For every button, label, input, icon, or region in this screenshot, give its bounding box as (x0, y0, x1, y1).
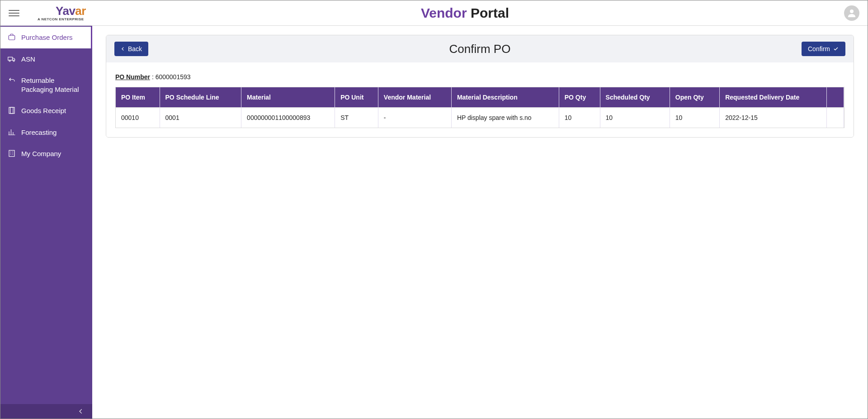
col-po-item: PO Item (116, 87, 160, 108)
chevron-left-icon (121, 46, 125, 52)
col-scheduled-qty: Scheduled Qty (600, 87, 670, 108)
sidebar-item-label: ASN (21, 55, 35, 64)
po-items-table: PO Item PO Schedule Line Material PO Uni… (116, 87, 844, 128)
cell-scheduled-qty: 10 (600, 108, 670, 128)
menu-toggle[interactable] (9, 8, 19, 19)
sidebar-item-label: My Company (21, 149, 61, 158)
receipt-icon (8, 106, 16, 114)
cell-vendor-material: - (378, 108, 451, 128)
svg-rect-1 (9, 35, 15, 40)
cell-po-schedule-line: 0001 (160, 108, 241, 128)
cell-po-qty: 10 (559, 108, 600, 128)
chevron-left-icon (78, 408, 84, 414)
cell-overflow (827, 108, 844, 128)
confirm-po-card: Back Confirm PO Confirm PO Number : 6000… (106, 35, 854, 138)
sidebar-item-label: Goods Receipt (21, 106, 66, 115)
po-number-value: 6000001593 (156, 73, 191, 81)
sidebar-item-returnable-packaging[interactable]: Returnable Packaging Material (0, 70, 92, 100)
svg-rect-2 (8, 57, 13, 60)
svg-point-4 (13, 60, 14, 62)
cell-po-unit: ST (335, 108, 378, 128)
po-number-label: PO Number (115, 73, 150, 81)
col-requested-delivery-date: Requested Delivery Date (720, 87, 827, 108)
cell-material-description: HP display spare with s.no (451, 108, 559, 128)
cell-open-qty: 10 (670, 108, 719, 128)
po-table-wrapper[interactable]: PO Item PO Schedule Line Material PO Uni… (115, 87, 844, 128)
confirm-button[interactable]: Confirm (802, 42, 845, 56)
sidebar-collapse[interactable] (0, 404, 92, 419)
back-button[interactable]: Back (114, 42, 148, 56)
sidebar-item-label: Returnable Packaging Material (21, 76, 85, 94)
col-po-unit: PO Unit (335, 87, 378, 108)
sidebar-item-label: Forecasting (21, 128, 57, 137)
svg-rect-6 (10, 107, 14, 114)
cell-material: 000000001100000893 (241, 108, 335, 128)
col-material: Material (241, 87, 335, 108)
sidebar-item-goods-receipt[interactable]: Goods Receipt (0, 100, 92, 122)
col-open-qty: Open Qty (670, 87, 719, 108)
col-po-schedule-line: PO Schedule Line (160, 87, 241, 108)
app-title: Vendor Portal (86, 5, 844, 21)
sidebar-item-my-company[interactable]: My Company (0, 143, 92, 165)
svg-rect-7 (9, 150, 14, 157)
col-vendor-material: Vendor Material (378, 87, 451, 108)
truck-icon (8, 55, 16, 63)
logo-subtitle: A NETCON ENTERPRISE (38, 18, 84, 21)
logo: Yavar (56, 5, 86, 17)
sidebar-item-asn[interactable]: ASN (0, 48, 92, 70)
col-overflow (827, 87, 844, 108)
return-icon (8, 76, 16, 84)
sidebar-item-forecasting[interactable]: Forecasting (0, 122, 92, 143)
cell-requested-delivery-date: 2022-12-15 (720, 108, 827, 128)
svg-point-3 (9, 60, 10, 62)
table-row: 00010 0001 000000001100000893 ST - HP di… (116, 108, 844, 128)
cell-po-item: 00010 (116, 108, 160, 128)
sidebar-item-purchase-orders[interactable]: Purchase Orders (0, 27, 92, 48)
svg-rect-5 (9, 107, 13, 114)
building-icon (8, 149, 16, 157)
sidebar: Purchase Orders ASN Returnable Packaging… (0, 26, 92, 419)
main-content: Back Confirm PO Confirm PO Number : 6000… (92, 26, 868, 419)
user-icon (846, 8, 857, 19)
briefcase-icon (8, 33, 16, 41)
po-number-line: PO Number : 6000001593 (115, 73, 844, 81)
user-avatar[interactable] (844, 5, 859, 21)
page-title: Confirm PO (106, 42, 854, 56)
sidebar-item-label: Purchase Orders (21, 33, 72, 42)
check-icon (833, 46, 839, 52)
svg-point-0 (850, 10, 854, 13)
topbar: Yavar A NETCON ENTERPRISE Vendor Portal (0, 0, 868, 26)
col-po-qty: PO Qty (559, 87, 600, 108)
bar-chart-icon (8, 128, 16, 136)
col-material-description: Material Description (451, 87, 559, 108)
